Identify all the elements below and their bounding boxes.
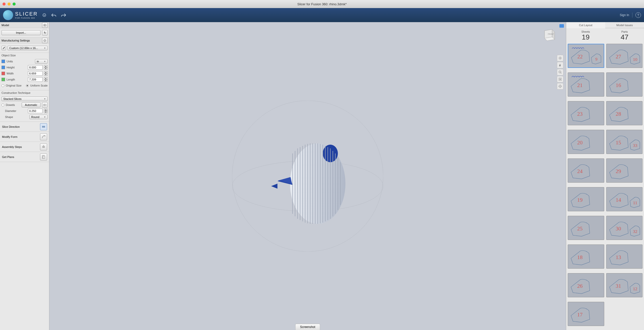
dowels-settings-button[interactable]	[42, 102, 48, 108]
viewport[interactable]: FRONT	[49, 22, 566, 330]
menu-dropdown-button[interactable]	[41, 12, 47, 18]
screenshot-button[interactable]: Screenshot	[295, 324, 320, 330]
sheet-thumb[interactable]: 20	[568, 130, 604, 154]
svg-text:29: 29	[616, 168, 621, 174]
magnifier-icon	[558, 70, 562, 74]
uniform-scale-label: Uniform Scale	[30, 84, 48, 87]
assembly-steps-section[interactable]: Assembly Steps	[0, 142, 49, 152]
slice-direction-section[interactable]: Slice Direction	[0, 122, 49, 132]
sheet-thumb[interactable]: 27 10	[606, 44, 643, 68]
svg-marker-30	[278, 177, 292, 184]
svg-text:26: 26	[577, 283, 583, 289]
original-size-radio[interactable]	[2, 84, 4, 87]
width-spinner[interactable]: ▲▼	[44, 71, 48, 76]
sheet-thumb[interactable]: 25	[568, 216, 604, 240]
sheet-thumb[interactable]: 23	[568, 101, 604, 125]
sheet-thumb[interactable]: 17	[568, 302, 604, 326]
svg-text:18: 18	[577, 254, 583, 260]
svg-rect-4	[44, 104, 46, 105]
fit-tool-button[interactable]	[557, 76, 563, 82]
mfg-settings-label: Manufacturing Settings	[2, 39, 30, 42]
dowels-radio[interactable]	[2, 104, 4, 106]
sign-in-link[interactable]: Sign In	[620, 13, 629, 17]
svg-text:19: 19	[577, 197, 583, 203]
hand-icon	[558, 63, 562, 67]
left-panel: Model Import... ↻ Manufacturing Settings…	[0, 22, 49, 330]
sheet-thumb[interactable]: 29	[606, 158, 643, 183]
import-button[interactable]: Import...	[2, 30, 41, 35]
sheet-thumb[interactable]: 15 33	[606, 130, 643, 154]
width-label: Width	[7, 72, 14, 75]
svg-text:11: 11	[633, 200, 637, 205]
assembly-steps-icon	[40, 143, 47, 150]
length-input[interactable]	[28, 77, 43, 82]
tab-model-issues[interactable]: Model Issues	[605, 22, 644, 28]
svg-text:13: 13	[616, 254, 621, 260]
height-spinner[interactable]: ▲▼	[44, 65, 48, 70]
close-window-button[interactable]	[3, 3, 6, 6]
minimize-window-button[interactable]	[8, 3, 11, 6]
sheet-thumb[interactable]: 19	[568, 187, 604, 211]
shape-select[interactable]: Round	[29, 115, 48, 119]
model-section-label: Model	[2, 24, 9, 27]
mfg-preset-select[interactable]: Custom (12.00in x 16...	[8, 46, 48, 50]
sheet-thumb[interactable]: 24	[568, 158, 604, 183]
orbit-tool-button[interactable]	[557, 55, 563, 61]
sheet-thumb[interactable]: 16	[606, 72, 643, 97]
sheet-thumb[interactable]: 26	[568, 273, 604, 297]
uniform-scale-radio[interactable]	[26, 84, 29, 87]
sheet-thumb[interactable]: 30 32	[606, 216, 643, 240]
diameter-spinner[interactable]: ▲▼	[44, 109, 48, 113]
edit-preset-button[interactable]	[2, 46, 6, 50]
svg-text:22: 22	[577, 54, 583, 60]
height-input[interactable]	[28, 65, 43, 70]
visibility-toggle-button[interactable]	[42, 22, 48, 28]
look-at-tool-button[interactable]	[557, 83, 563, 90]
sheet-thumb[interactable]: 14 11	[606, 187, 643, 211]
pan-tool-button[interactable]	[557, 62, 563, 68]
slice-direction-icon	[40, 123, 47, 130]
svg-text:10: 10	[633, 57, 637, 62]
svg-point-14	[560, 58, 561, 59]
redo-button[interactable]	[60, 12, 66, 18]
fit-icon	[558, 77, 562, 81]
diameter-input[interactable]	[28, 109, 43, 113]
svg-point-20	[560, 86, 561, 87]
app-header: SLICER FOR FUSION 360 Sign In ?	[0, 8, 644, 22]
tab-cut-layout[interactable]: Cut Layout	[566, 22, 605, 28]
mfg-settings-gear-button[interactable]	[42, 38, 48, 43]
svg-point-2	[44, 25, 45, 26]
sheet-thumb[interactable]: 28	[606, 101, 643, 125]
undo-button[interactable]	[51, 12, 57, 18]
view-cube[interactable]: FRONT	[541, 26, 558, 43]
svg-text:14: 14	[616, 197, 621, 203]
modify-form-section[interactable]: Modify Form	[0, 132, 49, 142]
logo-icon	[3, 10, 13, 20]
help-button[interactable]: ?	[635, 12, 641, 18]
maximize-window-button[interactable]	[13, 3, 16, 6]
reload-button[interactable]: ↻	[42, 30, 48, 35]
sheet-thumb[interactable]: 21	[568, 72, 604, 97]
svg-text:15: 15	[616, 140, 621, 146]
units-select[interactable]: in	[35, 59, 48, 64]
zoom-tool-button[interactable]	[557, 69, 563, 75]
target-icon	[558, 85, 562, 88]
construction-technique-select[interactable]: Stacked Slices	[2, 97, 48, 101]
width-input[interactable]	[28, 71, 43, 76]
units-label: Units	[7, 60, 13, 63]
gear-icon	[43, 39, 46, 42]
svg-text:30: 30	[616, 226, 621, 232]
sheet-thumb[interactable]: 18	[568, 244, 604, 269]
sheet-thumb[interactable]: 31 12	[606, 273, 643, 297]
svg-marker-27	[271, 184, 277, 189]
automatic-dowels-button[interactable]: Automatic	[22, 102, 41, 107]
sheet-thumb[interactable]: 22 9	[568, 44, 604, 68]
sheet-thumb[interactable]: 13	[606, 244, 643, 269]
viewport-panel-toggle[interactable]	[559, 24, 564, 28]
view-cube-label: FRONT	[548, 33, 554, 35]
right-panel: Cut Layout Model Issues Sheets 19 Parts …	[566, 22, 644, 330]
object-size-label: Object Size	[0, 53, 49, 57]
get-plans-section[interactable]: Get Plans	[0, 152, 49, 162]
parts-count-label: Parts	[605, 30, 644, 33]
length-spinner[interactable]: ▲▼	[44, 77, 48, 82]
